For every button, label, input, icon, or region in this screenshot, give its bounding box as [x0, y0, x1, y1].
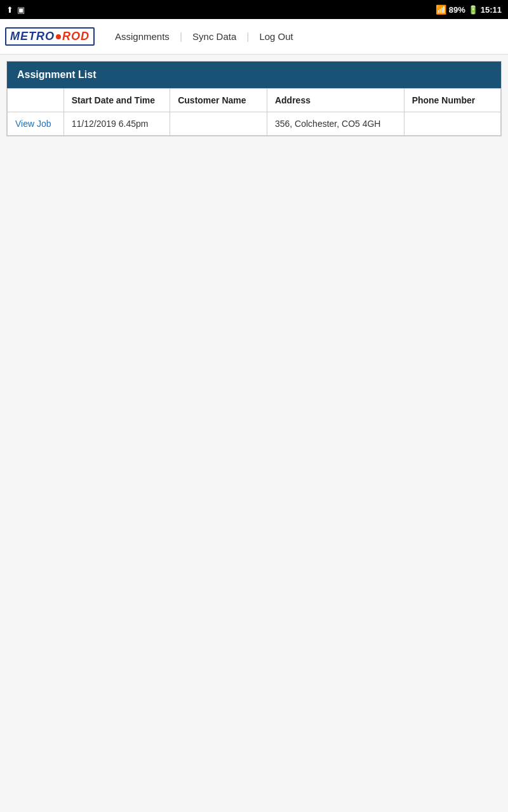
logo-rod: ROD — [62, 30, 90, 43]
clock: 15:11 — [481, 5, 502, 15]
table-header-row: Start Date and Time Customer Name Addres… — [8, 89, 501, 112]
nav-link-log-out[interactable]: Log Out — [249, 26, 303, 47]
status-bar-right: 📶 89% 🔋 15:11 — [436, 4, 502, 15]
logo-wrapper: METRO ROD — [5, 27, 95, 46]
status-bar: ⬆ ▣ 📶 89% 🔋 15:11 — [0, 0, 508, 19]
wifi-icon: 📶 — [436, 4, 446, 15]
view-job-link[interactable]: View Job — [15, 119, 51, 129]
assignment-table: Start Date and Time Customer Name Addres… — [7, 88, 501, 136]
screenshot-icon: ▣ — [17, 5, 25, 15]
cell-customer — [170, 112, 267, 136]
table-row: View Job11/12/2019 6.45pm356, Colchester… — [8, 112, 501, 136]
col-header-address: Address — [267, 89, 404, 112]
battery-percent: 89% — [449, 5, 465, 15]
nav-link-sync-data[interactable]: Sync Data — [182, 26, 246, 47]
assignment-list-header: Assignment List — [7, 62, 501, 88]
logo-dot — [56, 34, 61, 39]
logo-metro: METRO — [10, 30, 55, 43]
col-header-customer: Customer Name — [170, 89, 267, 112]
usb-icon: ⬆ — [6, 5, 13, 15]
main-content: Assignment List Start Date and Time Cust… — [0, 55, 508, 143]
cell-datetime: 11/12/2019 6.45pm — [64, 112, 170, 136]
nav-link-assignments[interactable]: Assignments — [105, 26, 180, 47]
cell-phone — [404, 112, 500, 136]
col-header-phone: Phone Number — [404, 89, 500, 112]
nav-bar: METRO ROD Assignments | Sync Data | Log … — [0, 19, 508, 55]
logo: METRO ROD — [5, 27, 95, 46]
cell-address: 356, Colchester, CO5 4GH — [267, 112, 404, 136]
col-header-datetime: Start Date and Time — [64, 89, 170, 112]
battery-icon: 🔋 — [468, 5, 478, 15]
status-bar-left: ⬆ ▣ — [6, 5, 432, 15]
assignment-list-container: Assignment List Start Date and Time Cust… — [6, 61, 502, 136]
col-header-action — [8, 89, 64, 112]
